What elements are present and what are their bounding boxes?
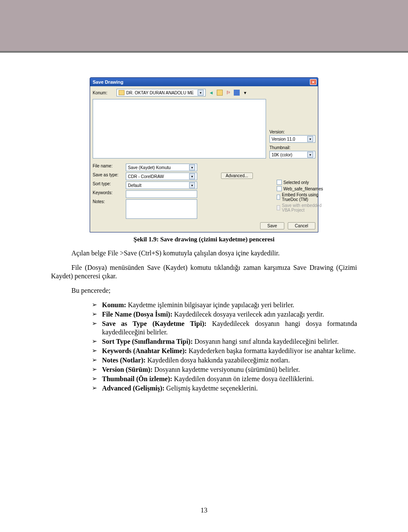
header-banner <box>0 0 408 53</box>
chevron-down-icon: ▾ <box>198 90 204 96</box>
figure-caption: Şekil 1.9: Save drawing (çizimi kaydetme… <box>51 236 357 243</box>
checkbox-selected-only[interactable]: Selected only <box>277 180 323 185</box>
checkbox-vba: Save with embedded VBA Project <box>277 203 323 212</box>
keywords-label: Keywords: <box>93 190 123 195</box>
version-label: Version: <box>269 130 315 134</box>
chevron-down-icon: ▾ <box>189 182 195 188</box>
sorttype-dropdown[interactable]: Default ▾ <box>126 181 197 189</box>
chevron-down-icon: ▾ <box>189 173 195 179</box>
paragraph-2: File (Dosya) menüsünden Save (Kaydet) ko… <box>51 263 357 280</box>
konum-label: Konum: <box>93 91 114 95</box>
thumbnail-label: Thumbnail: <box>269 145 315 150</box>
close-icon[interactable]: × <box>310 79 317 85</box>
favorites-icon[interactable]: 🏳 <box>225 90 231 96</box>
list-item: File Name (Dosya İsmi): Kaydedilecek dos… <box>92 310 357 319</box>
chevron-down-icon: ▾ <box>189 164 195 170</box>
list-item: Konum: Kaydetme işleminin bilgisayar içi… <box>92 301 357 309</box>
thumbnail-value: 10K (color) <box>272 153 292 157</box>
dialog-title: Save Drawing <box>93 79 123 85</box>
konum-dropdown[interactable]: DR. OKTAY DURAN ANADOLU ME ▾ <box>116 89 206 96</box>
advanced-button[interactable]: Advanced... <box>221 173 253 179</box>
notes-input[interactable] <box>126 199 197 219</box>
sorttype-value: Default <box>128 183 142 188</box>
konum-value: DR. OKTAY DURAN ANADOLU ME <box>126 91 194 95</box>
filename-value: Save (Kaydet) Komutu <box>128 165 171 170</box>
views-icon[interactable] <box>234 90 240 96</box>
paragraph-3: Bu pencerede; <box>51 286 357 295</box>
list-item: Sort Type (Sınıflandırma Tipi): Dosyanın… <box>92 337 357 346</box>
keywords-input[interactable] <box>126 190 197 198</box>
saveastype-label: Save as type: <box>93 173 123 177</box>
file-list[interactable] <box>93 99 266 158</box>
back-icon[interactable]: ◄ <box>208 90 214 96</box>
checkbox-icon <box>277 186 282 191</box>
saveastype-value: CDR - CorelDRAW <box>128 174 164 179</box>
saveastype-dropdown[interactable]: CDR - CorelDRAW ▾ <box>126 173 197 180</box>
views-menu-icon[interactable]: ▾ <box>242 90 248 96</box>
list-item: Notes (Notlar): Kaydedilen dosya hakkınd… <box>92 356 357 365</box>
titlebar: Save Drawing × <box>90 78 318 86</box>
checkbox-icon <box>277 180 282 185</box>
folder-icon <box>119 90 125 95</box>
thumbnail-dropdown[interactable]: 10K (color) ▾ <box>269 151 315 158</box>
filename-input[interactable]: Save (Kaydet) Komutu ▾ <box>126 164 197 171</box>
list-item: Thumbnail (Ön izleme): Kaydedilen dosyan… <box>92 375 357 383</box>
up-folder-icon[interactable] <box>217 90 223 96</box>
version-value: Version 11.0 <box>272 137 295 141</box>
list-item: Save as Type (Kaydetme Tipi): Kaydedilec… <box>92 320 357 337</box>
checkbox-web-safe[interactable]: Web_safe_filenames <box>277 186 323 191</box>
list-item: Keywords (Anahtar Kelime): Kaydederken b… <box>92 347 357 355</box>
chevron-down-icon: ▾ <box>307 152 313 158</box>
bullet-list: Konum: Kaydetme işleminin bilgisayar içi… <box>92 301 357 393</box>
checkbox-icon <box>277 195 280 200</box>
save-drawing-dialog-figure: Save Drawing × Konum: DR. OKTAY DURAN AN… <box>90 77 318 232</box>
list-item: Advanced (Gelişmiş): Gelişmiş kaydetme s… <box>92 384 357 393</box>
paragraph-1: Açılan belge File >Save (Ctrl+S) komutuy… <box>51 249 357 258</box>
page-number: 13 <box>0 507 408 514</box>
cancel-button[interactable]: Cancel <box>288 222 315 229</box>
checkbox-embed-fonts[interactable]: Embed Fonts using TrueDoc (TM) <box>277 192 323 202</box>
sorttype-label: Sort type: <box>93 181 123 186</box>
list-item: Version (Sürüm): Dosyanın kaydetme versi… <box>92 365 357 374</box>
checkbox-icon <box>277 205 280 210</box>
notes-label: Notes: <box>93 199 123 204</box>
save-button[interactable]: Save <box>260 222 284 229</box>
version-dropdown[interactable]: Version 11.0 ▾ <box>269 135 315 143</box>
filename-label: File name: <box>93 164 123 168</box>
chevron-down-icon: ▾ <box>307 136 313 142</box>
